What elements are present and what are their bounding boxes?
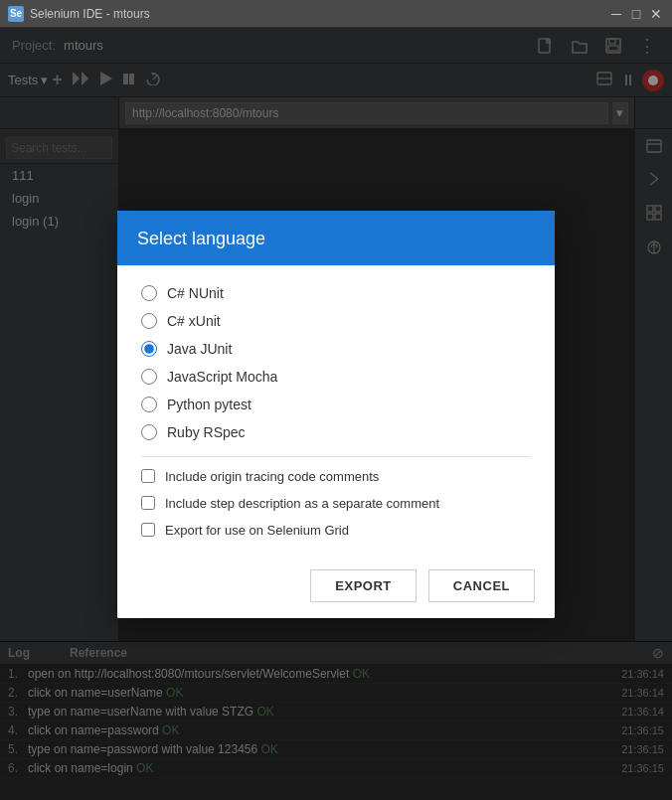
radio-label-java-junit: Java JUnit (167, 341, 232, 357)
radio-label-ruby-rspec: Ruby RSpec (167, 424, 246, 440)
radio-label-javascript-mocha: JavaScript Mocha (167, 369, 277, 385)
options-checkbox-group: Include origin tracing code comments Inc… (141, 469, 531, 538)
dialog-title: Select language (137, 229, 535, 249)
radio-label-python-pytest: Python pytest (167, 397, 252, 412)
radio-ruby-rspec[interactable] (141, 424, 157, 440)
radio-javascript-mocha[interactable] (141, 369, 157, 385)
radio-item-python-pytest[interactable]: Python pytest (141, 397, 531, 412)
radio-python-pytest[interactable] (141, 397, 157, 412)
window-controls: ─ □ ✕ (608, 6, 664, 22)
dialog-body: C# NUnit C# xUnit Java JUnit JavaScript … (117, 265, 555, 558)
checkbox-origin-tracing[interactable] (141, 469, 155, 483)
radio-item-csharp-xunit[interactable]: C# xUnit (141, 313, 531, 329)
cancel-button[interactable]: CANCEL (428, 569, 535, 602)
close-button[interactable]: ✕ (648, 6, 664, 22)
language-radio-group: C# NUnit C# xUnit Java JUnit JavaScript … (141, 285, 531, 440)
radio-item-ruby-rspec[interactable]: Ruby RSpec (141, 424, 531, 440)
checkbox-selenium-grid[interactable] (141, 523, 155, 537)
radio-item-java-junit[interactable]: Java JUnit (141, 341, 531, 357)
radio-java-junit[interactable] (141, 341, 157, 357)
checkbox-step-description[interactable] (141, 496, 155, 510)
checkbox-label-step-description: Include step description as a separate c… (165, 496, 439, 511)
title-bar: Se Selenium IDE - mtours ─ □ ✕ (0, 0, 672, 28)
checkbox-label-selenium-grid: Export for use on Selenium Grid (165, 523, 349, 538)
radio-item-csharp-nunit[interactable]: C# NUnit (141, 285, 531, 301)
checkbox-item-origin-tracing[interactable]: Include origin tracing code comments (141, 469, 531, 484)
select-language-dialog: Select language C# NUnit C# xUnit (117, 211, 555, 618)
checkbox-item-step-description[interactable]: Include step description as a separate c… (141, 496, 531, 511)
radio-label-csharp-xunit: C# xUnit (167, 313, 221, 329)
ide-area: Project: mtours (0, 28, 672, 800)
export-button[interactable]: EXPORT (310, 569, 416, 602)
radio-item-javascript-mocha[interactable]: JavaScript Mocha (141, 369, 531, 385)
window-title: Selenium IDE - mtours (30, 7, 602, 21)
dialog-header: Select language (117, 211, 555, 265)
radio-csharp-xunit[interactable] (141, 313, 157, 329)
checkbox-item-selenium-grid[interactable]: Export for use on Selenium Grid (141, 523, 531, 538)
dialog-divider (141, 456, 531, 457)
minimize-button[interactable]: ─ (608, 6, 624, 22)
radio-label-csharp-nunit: C# NUnit (167, 285, 224, 301)
radio-csharp-nunit[interactable] (141, 285, 157, 301)
maximize-button[interactable]: □ (628, 6, 644, 22)
app-icon: Se (8, 6, 24, 22)
checkbox-label-origin-tracing: Include origin tracing code comments (165, 469, 379, 484)
dialog-footer: EXPORT CANCEL (117, 558, 555, 618)
modal-overlay: Select language C# NUnit C# xUnit (0, 28, 672, 800)
